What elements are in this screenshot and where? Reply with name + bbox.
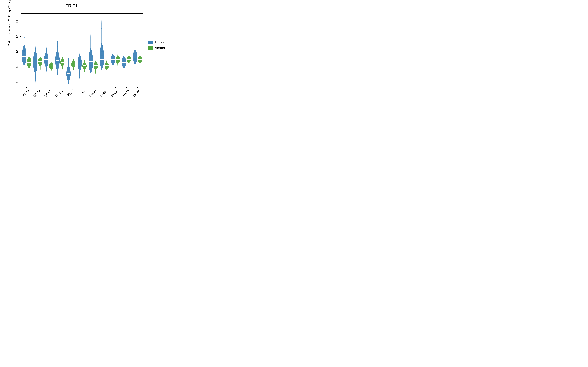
y-tick	[20, 82, 21, 82]
median-line	[94, 66, 97, 66]
median-line	[22, 56, 26, 57]
x-tick	[26, 87, 27, 88]
legend-label-tumor: Tumor	[155, 40, 164, 44]
bean-normal	[116, 53, 120, 67]
outlier-dash	[24, 37, 25, 38]
x-tick	[60, 87, 60, 88]
y-tick	[20, 51, 21, 52]
plot-area: 68101214BLCABRCACOADHNSCKICHKIRCLUADLUSC…	[21, 13, 143, 87]
outlier-dash	[90, 37, 91, 37]
median-line	[105, 66, 109, 66]
reference-line	[21, 64, 143, 64]
chart-container: TRIT1 mRNA Expression (RNASeq V2, log2) …	[0, 0, 181, 113]
bean-normal	[49, 61, 53, 72]
median-line	[49, 66, 53, 66]
outlier-dash	[90, 31, 91, 31]
outlier-dash	[101, 43, 102, 43]
legend: Tumor Normal	[148, 40, 166, 52]
bean-tumor	[22, 28, 26, 67]
x-tick	[138, 87, 138, 88]
bean-normal	[94, 60, 98, 75]
median-line	[67, 73, 70, 74]
bean-normal	[138, 54, 142, 66]
x-tick-label: PRAD	[110, 89, 119, 98]
bean-normal	[60, 56, 64, 70]
y-tick	[20, 36, 21, 37]
outlier-dash	[101, 17, 102, 17]
outlier-dash	[57, 51, 58, 51]
y-tick-label: 10	[15, 50, 18, 54]
outlier-dash	[101, 38, 102, 38]
x-tick	[104, 87, 104, 88]
median-line	[44, 59, 48, 60]
bean-tumor	[55, 41, 60, 75]
x-tick	[49, 87, 49, 88]
outlier-dash	[101, 21, 102, 21]
bean-normal	[71, 58, 76, 71]
median-line	[127, 59, 131, 59]
outlier-dash	[90, 35, 91, 35]
y-axis-label: mRNA Expression (RNASeq V2, log2)	[7, 0, 11, 50]
median-line	[116, 59, 120, 60]
y-tick-label: 12	[15, 35, 18, 39]
x-tick-label: KIRC	[76, 89, 86, 98]
bean-tumor	[78, 52, 82, 80]
median-line	[27, 62, 31, 63]
median-line	[56, 60, 59, 61]
bean-normal	[82, 60, 86, 72]
bean-tumor	[33, 45, 37, 84]
x-tick-label: COAD	[43, 89, 53, 98]
outlier-dash	[35, 46, 36, 46]
x-tick	[115, 87, 115, 88]
bean-tumor	[89, 30, 93, 75]
x-tick-label: KICH	[65, 89, 75, 98]
x-tick-label: LUAD	[87, 89, 97, 98]
bean-tumor	[122, 51, 126, 71]
x-tick	[38, 87, 38, 88]
y-tick-label: 6	[15, 81, 18, 84]
outlier-dash	[101, 17, 102, 17]
median-line	[83, 66, 86, 66]
outlier-dash	[90, 47, 91, 48]
bean-layer	[21, 14, 143, 87]
reference-line	[21, 61, 143, 61]
y-tick	[20, 67, 21, 67]
x-tick-label: LUSC	[99, 89, 108, 98]
outlier-dash	[35, 52, 36, 52]
median-line	[100, 59, 104, 60]
legend-item-normal: Normal	[148, 46, 166, 50]
y-tick	[20, 21, 21, 21]
median-line	[61, 62, 64, 63]
x-tick	[71, 87, 71, 88]
y-tick-label: 14	[15, 20, 18, 23]
outlier-dash	[101, 33, 102, 33]
x-tick-label: BLCA	[21, 89, 31, 98]
bean-normal	[105, 60, 109, 71]
median-line	[122, 62, 126, 63]
bean-tumor	[66, 58, 70, 84]
y-tick-label: 8	[15, 65, 18, 69]
x-tick	[126, 87, 127, 88]
x-tick-label: UCEC	[132, 89, 141, 98]
median-line	[38, 61, 42, 62]
legend-swatch-tumor	[148, 41, 153, 44]
median-line	[133, 57, 137, 57]
median-line	[89, 61, 93, 62]
x-tick-label: HNSC	[54, 89, 64, 98]
x-tick-label: THCA	[121, 89, 130, 98]
median-line	[34, 62, 37, 62]
median-line	[138, 59, 142, 60]
legend-item-tumor: Tumor	[148, 40, 166, 44]
bean-normal	[27, 52, 31, 71]
outlier-dash	[24, 40, 25, 41]
x-tick	[93, 87, 93, 88]
median-line	[111, 59, 115, 60]
legend-label-normal: Normal	[155, 46, 166, 50]
x-tick-label: BRCA	[32, 89, 42, 98]
chart-title: TRIT1	[0, 3, 143, 8]
outlier-dash	[101, 43, 102, 44]
outlier-dash	[90, 39, 91, 39]
legend-swatch-normal	[148, 46, 153, 50]
x-tick	[82, 87, 82, 88]
bean-tumor	[111, 50, 115, 68]
